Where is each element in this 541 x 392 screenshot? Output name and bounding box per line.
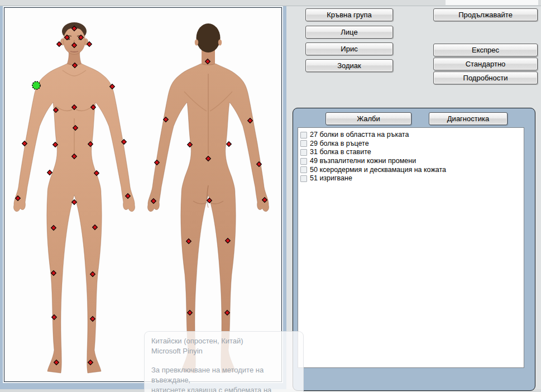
- figure-back: [147, 23, 269, 373]
- blood-group-button[interactable]: Кръвна група: [305, 8, 393, 21]
- complaint-checkbox[interactable]: [300, 140, 307, 147]
- complaint-item[interactable]: 31 болка в ставите: [298, 148, 524, 157]
- complaint-checkbox[interactable]: [300, 166, 307, 173]
- complaint-label: 29 болка в ръцете: [310, 140, 369, 147]
- complaints-listbox[interactable]: 27 болки в областта на ръката29 болка в …: [298, 127, 524, 368]
- express-label: Експрес: [472, 46, 499, 54]
- complaint-item[interactable]: 51 изригване: [298, 174, 524, 183]
- complaint-item[interactable]: 50 ксеродермия и десквамация на кожата: [298, 165, 524, 174]
- complaint-label: 50 ксеродермия и десквамация на кожата: [310, 166, 446, 174]
- ime-language: Китайски (опростен, Китай): [151, 336, 296, 346]
- zodiac-button[interactable]: Зодиак: [305, 59, 393, 72]
- details-button[interactable]: Подробности: [433, 71, 538, 84]
- continue-button[interactable]: Продължавайте: [433, 8, 538, 21]
- ime-popup: Китайски (опростен, Китай) Microsoft Pin…: [144, 331, 304, 392]
- body-point[interactable]: [47, 170, 52, 175]
- details-label: Подробности: [463, 74, 508, 82]
- tab-complaints-label: Жалби: [357, 114, 380, 123]
- body-figures: [4, 8, 281, 381]
- complaint-item[interactable]: 29 болка в ръцете: [298, 140, 524, 149]
- tab-diagnostics-label: Диагностика: [447, 114, 489, 123]
- body-point-selected[interactable]: [32, 82, 40, 89]
- iris-button[interactable]: Ирис: [305, 42, 393, 55]
- top-window-highlight: [446, 0, 538, 5]
- continue-label: Продължавайте: [458, 11, 513, 19]
- ime-method: Microsoft Pinyin: [151, 346, 296, 356]
- iris-label: Ирис: [341, 45, 357, 53]
- complaint-checkbox[interactable]: [300, 132, 307, 138]
- standard-button[interactable]: Стандартно: [433, 58, 538, 70]
- tab-diagnostics[interactable]: Диагностика: [429, 112, 508, 125]
- blood-group-label: Кръвна група: [327, 11, 371, 19]
- face-label: Лице: [341, 28, 357, 36]
- zodiac-label: Зодиак: [337, 61, 361, 70]
- complaints-panel: Жалби Диагностика 27 болки в областта на…: [293, 108, 535, 391]
- body-map-panel[interactable]: [4, 7, 282, 382]
- body-point[interactable]: [227, 142, 232, 147]
- complaint-label: 27 болки в областта на ръката: [310, 131, 409, 138]
- complaint-item[interactable]: 27 болки в областта на ръката: [298, 131, 524, 140]
- complaint-checkbox[interactable]: [300, 175, 307, 182]
- ime-spacer: [151, 356, 296, 365]
- complaint-label: 49 възпалителни кожни промени: [310, 157, 416, 165]
- express-button[interactable]: Експрес: [433, 44, 538, 56]
- complaint-checkbox[interactable]: [300, 149, 307, 156]
- complaint-label: 31 болка в ставите: [310, 149, 371, 156]
- complaint-item[interactable]: 49 възпалителни кожни промени: [298, 157, 524, 166]
- complaint-checkbox[interactable]: [300, 158, 307, 165]
- complaint-label: 51 изригване: [310, 175, 352, 182]
- standard-label: Стандартно: [466, 60, 506, 68]
- face-button[interactable]: Лице: [305, 26, 393, 39]
- tab-complaints[interactable]: Жалби: [325, 112, 411, 125]
- figure-front: [13, 22, 135, 373]
- ime-hint-line2: натиснете клавиша с емблемата на Windows…: [151, 385, 296, 392]
- ime-hint-line1: За превключване на методите на въвеждане…: [151, 365, 296, 385]
